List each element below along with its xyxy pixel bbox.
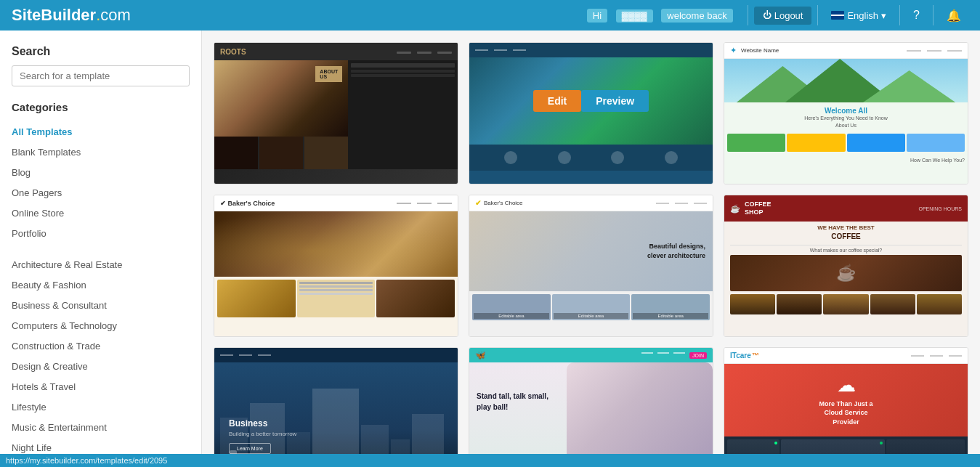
sidebar: Search Categories All Templates Blank Te… xyxy=(0,31,202,467)
sidebar-item-one-pagers[interactable]: One Pagers xyxy=(12,183,190,203)
search-input[interactable] xyxy=(12,65,190,86)
template-card-4[interactable]: ✔ Baker's Choice xyxy=(214,195,458,337)
t2-footer-icon2 xyxy=(558,151,571,164)
preview-button-8[interactable]: Preview xyxy=(584,407,652,429)
language-button[interactable]: English ▾ xyxy=(824,7,894,25)
preview-button-1[interactable]: Preview xyxy=(329,102,397,124)
template-card-8[interactable]: 🦋 JOIN Stand tall, talk small,play ball! xyxy=(469,347,713,467)
sidebar-item-beauty[interactable]: Beauty & Fashion xyxy=(12,275,190,296)
categories-title: Categories xyxy=(12,101,190,113)
search-title: Search xyxy=(12,45,190,58)
logo-sitebuilder: SiteBuilder xyxy=(12,6,96,25)
edit-button-5[interactable]: Edit xyxy=(530,255,578,277)
edit-button-1[interactable]: Edit xyxy=(275,102,323,124)
template-card-5[interactable]: ✔ Baker's Choice Beautiful xyxy=(469,195,713,337)
statusbar: https://my.sitebuilder.com/templates/edi… xyxy=(0,454,980,467)
help-button[interactable]: ? xyxy=(906,5,927,25)
logout-label: Logout xyxy=(774,10,803,21)
edit-button-6[interactable]: Edit xyxy=(785,255,833,277)
sidebar-item-all-templates[interactable]: All Templates xyxy=(12,122,190,142)
t2-nav-2 xyxy=(494,49,507,51)
sidebar-item-design[interactable]: Design & Creative xyxy=(12,357,190,377)
edit-button-7[interactable]: Edit xyxy=(275,407,323,429)
bell-icon: 🔔 xyxy=(947,9,961,22)
greeting-hi: Hi xyxy=(587,9,607,23)
t2-footer-icon4 xyxy=(665,151,678,164)
template-card-3[interactable]: ✦ Website Name Welcome xyxy=(724,42,968,184)
edit-button-9[interactable]: Edit xyxy=(785,407,833,429)
sidebar-item-computers[interactable]: Computers & Technology xyxy=(12,316,190,336)
header-separator4 xyxy=(933,5,934,25)
notifications-button[interactable]: 🔔 xyxy=(939,5,968,26)
statusbar-url: https://my.sitebuilder.com/templates/edi… xyxy=(6,456,167,465)
header-right: Hi ▓▓▓▓ welcome back ⏻ Logout English ▾ … xyxy=(584,5,968,26)
preview-button-5[interactable]: Preview xyxy=(584,255,652,277)
header-separator xyxy=(748,5,748,25)
sidebar-item-architecture[interactable]: Architecture & Real Estate xyxy=(12,255,190,275)
templates-main: ROOTS ABOUTUS xyxy=(202,31,980,467)
preview-button-2-visible[interactable]: Preview xyxy=(581,90,649,112)
greeting-text: Hi ▓▓▓▓ welcome back xyxy=(584,10,736,21)
username-badge: ▓▓▓▓ xyxy=(616,9,653,23)
preview-button-7[interactable]: Preview xyxy=(329,407,397,429)
t2-footer-icon1 xyxy=(504,151,517,164)
edit-button-2-visible[interactable]: Edit xyxy=(533,90,581,112)
power-icon: ⏻ xyxy=(763,10,772,20)
t2-nav-3 xyxy=(513,49,526,51)
header: SiteBuilder.com Hi ▓▓▓▓ welcome back ⏻ L… xyxy=(0,0,980,31)
header-separator2 xyxy=(817,5,818,25)
logo: SiteBuilder.com xyxy=(12,6,131,25)
sidebar-item-blog[interactable]: Blog xyxy=(12,163,190,183)
flag-icon xyxy=(831,11,844,20)
header-separator3 xyxy=(899,5,900,25)
sidebar-item-blank-templates[interactable]: Blank Templates xyxy=(12,142,190,163)
welcome-back-text: welcome back xyxy=(661,9,732,23)
edit-button-3[interactable]: Edit xyxy=(785,102,833,124)
t2-footer-icon3 xyxy=(611,151,624,164)
logout-button[interactable]: ⏻ Logout xyxy=(754,7,812,25)
layout: Search Categories All Templates Blank Te… xyxy=(0,31,980,467)
templates-grid: ROOTS ABOUTUS xyxy=(214,42,968,467)
preview-button-9[interactable]: Preview xyxy=(839,407,907,429)
sidebar-item-hotels[interactable]: Hotels & Travel xyxy=(12,377,190,397)
template-card-1[interactable]: ROOTS ABOUTUS xyxy=(214,42,458,184)
template-card-6[interactable]: ☕ COFFEE SHOP OPENING HOURS WE HAVE THE … xyxy=(724,195,968,337)
template-card-7[interactable]: Business Building a better tomorrow Lear… xyxy=(214,347,458,467)
sidebar-item-online-store[interactable]: Online Store xyxy=(12,203,190,224)
edit-button-4[interactable]: Edit xyxy=(275,255,323,277)
preview-button-6[interactable]: Preview xyxy=(839,255,907,277)
preview-button-4[interactable]: Preview xyxy=(329,255,397,277)
t2-nav-1 xyxy=(475,49,488,51)
sidebar-item-music[interactable]: Music & Entertainment xyxy=(12,418,190,438)
question-icon: ? xyxy=(913,9,920,21)
sidebar-item-portfolio[interactable]: Portfolio xyxy=(12,224,190,244)
category-divider xyxy=(12,245,190,255)
t8-hero-text: Stand tall, talk small,play ball! xyxy=(477,391,548,413)
sidebar-item-lifestyle[interactable]: Lifestyle xyxy=(12,397,190,418)
sidebar-item-construction[interactable]: Construction & Trade xyxy=(12,336,190,357)
preview-button-3[interactable]: Preview xyxy=(839,102,907,124)
template-card-9[interactable]: ITcare ™ ☁ More Than Just aCloud Service… xyxy=(724,347,968,467)
chevron-down-icon: ▾ xyxy=(881,10,886,21)
logo-com: com xyxy=(100,6,131,25)
template-thumb-2: Edit Preview xyxy=(469,43,713,184)
sidebar-item-business[interactable]: Business & Consultant xyxy=(12,296,190,316)
language-label: English xyxy=(847,10,878,21)
template-card-2[interactable]: Edit Preview xyxy=(469,42,713,184)
